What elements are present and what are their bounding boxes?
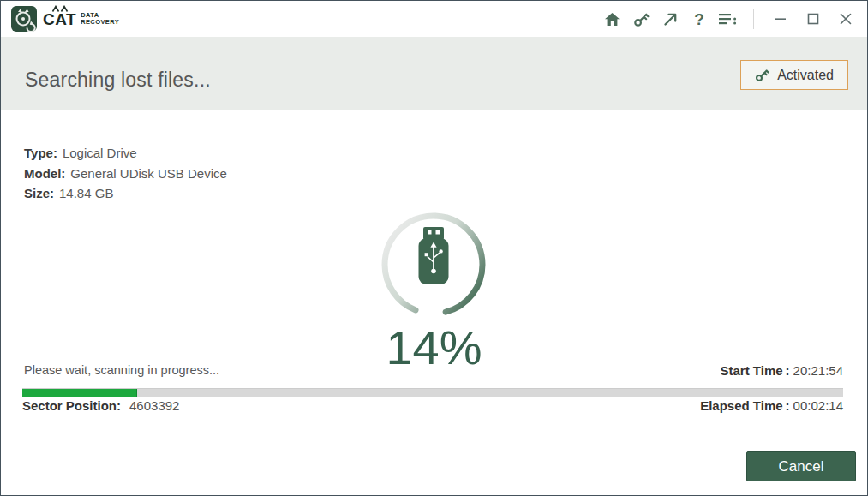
brand-name: CAT — [43, 11, 76, 27]
minimize-icon — [775, 13, 787, 25]
key-icon — [755, 68, 769, 82]
scan-spinner — [380, 211, 488, 319]
activated-button-label: Activated — [777, 68, 834, 83]
drive-info-row: Size:14.84 GB — [24, 183, 227, 204]
close-button[interactable] — [833, 6, 859, 32]
cat-ears-icon — [51, 5, 69, 12]
help-button[interactable]: ? — [686, 6, 712, 32]
drive-size-value: 14.84 GB — [59, 186, 113, 200]
cat-disk-logo-icon — [11, 6, 37, 32]
titlebar: CAT DATA RECOVERY — [1, 1, 867, 37]
page-header: Searching lost files... Activated — [1, 37, 867, 110]
drive-type-label: Type: — [24, 146, 57, 160]
drive-size-label: Size: — [24, 186, 54, 200]
progress-fill — [22, 389, 137, 397]
drive-info: Type:Logical Drive Model:General UDisk U… — [24, 143, 227, 204]
drive-model-label: Model: — [24, 166, 65, 181]
titlebar-toolbar: ? — [599, 6, 859, 32]
drive-model-value: General UDisk USB Device — [70, 166, 227, 181]
home-button[interactable] — [599, 6, 625, 32]
progress-bar — [22, 388, 843, 397]
titlebar-separator — [753, 9, 754, 29]
menu-button[interactable] — [715, 6, 741, 32]
key-button[interactable] — [628, 6, 654, 32]
scan-status-message: Please wait, scanning in progress... — [24, 363, 219, 377]
sector-position-label: Sector Position: — [22, 398, 121, 413]
close-icon — [840, 13, 852, 25]
app-logo: CAT DATA RECOVERY — [11, 6, 119, 32]
menu-list-icon — [719, 12, 738, 26]
activated-button[interactable]: Activated — [740, 60, 848, 90]
key-icon — [633, 11, 650, 27]
elapsed-time: Elapsed Time:00:02:14 — [700, 398, 843, 413]
scan-panel: Type:Logical Drive Model:General UDisk U… — [1, 110, 867, 495]
share-button[interactable] — [657, 6, 683, 32]
drive-info-row: Model:General UDisk USB Device — [24, 164, 227, 184]
start-time: Start Time:20:21:54 — [721, 363, 843, 378]
minimize-button[interactable] — [768, 6, 793, 32]
page-title: Searching lost files... — [25, 69, 211, 92]
share-arrow-icon — [663, 12, 678, 27]
sector-position-value: 4603392 — [129, 398, 179, 413]
drive-type-value: Logical Drive — [63, 146, 137, 160]
drive-info-row: Type:Logical Drive — [24, 143, 227, 164]
sector-position: Sector Position:4603392 — [22, 398, 179, 413]
maximize-button[interactable] — [800, 6, 826, 32]
start-time-value: 20:21:54 — [793, 363, 843, 378]
app-window: CAT DATA RECOVERY — [0, 0, 868, 496]
brand-sub-line2: RECOVERY — [81, 19, 119, 26]
start-time-label: Start Time — [721, 363, 783, 378]
home-icon — [604, 12, 620, 27]
elapsed-time-label: Elapsed Time — [700, 398, 782, 413]
cancel-button[interactable]: Cancel — [746, 451, 856, 481]
elapsed-time-value: 00:02:14 — [793, 398, 843, 413]
usb-drive-icon — [418, 227, 449, 285]
help-icon: ? — [694, 11, 704, 27]
maximize-icon — [807, 13, 819, 25]
